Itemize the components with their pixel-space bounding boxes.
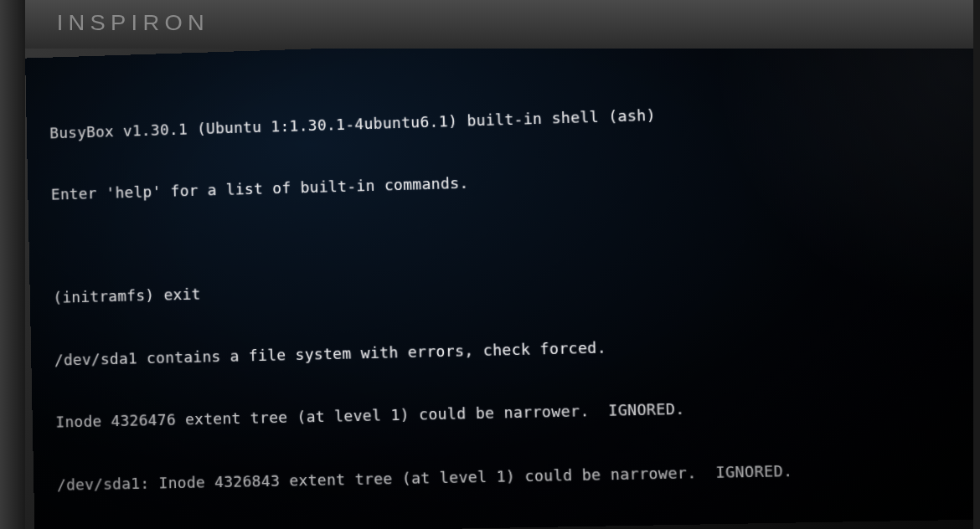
terminal-line: /dev/sda1: Inode 4327012 extent tree (at…	[58, 521, 980, 529]
terminal-line: Enter 'help' for a list of built-in comm…	[51, 158, 977, 205]
laptop-bezel: INSPIRON BusyBox v1.30.1 (Ubuntu 1:1.30.…	[0, 0, 980, 529]
terminal-line: /dev/sda1 contains a file system with er…	[54, 328, 980, 371]
laptop-brand-label: INSPIRON	[57, 10, 209, 36]
bezel-right	[973, 0, 980, 529]
laptop-screen: BusyBox v1.30.1 (Ubuntu 1:1.30.1-4ubuntu…	[25, 28, 980, 529]
bezel-left	[0, 0, 25, 529]
terminal-output[interactable]: BusyBox v1.30.1 (Ubuntu 1:1.30.1-4ubuntu…	[49, 53, 980, 529]
terminal-line: (initramfs) exit	[53, 264, 980, 309]
terminal-line	[52, 222, 979, 246]
terminal-line: Inode 4326476 extent tree (at level 1) c…	[55, 393, 980, 434]
terminal-line: /dev/sda1: Inode 4326843 extent tree (at…	[57, 457, 980, 496]
terminal-line: BusyBox v1.30.1 (Ubuntu 1:1.30.1-4ubuntu…	[49, 95, 975, 144]
